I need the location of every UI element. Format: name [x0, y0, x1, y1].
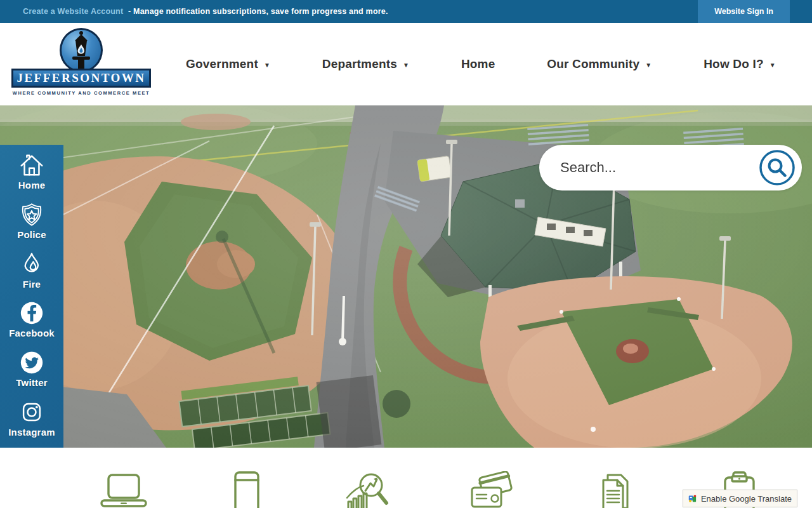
nav-item-how-do-i[interactable]: How Do I? ▼: [704, 57, 776, 71]
quicklink-laptop[interactable]: [98, 471, 149, 508]
page: Create a Website Account - Manage notifi…: [0, 0, 812, 508]
nav-label: Departments: [322, 57, 397, 71]
laptop-icon: [98, 471, 149, 508]
logo-name: JEFFERSONTOWN: [16, 71, 145, 85]
nav-item-home[interactable]: Home: [461, 57, 495, 71]
google-translate-button[interactable]: Enable Google Translate: [683, 490, 797, 507]
nav-item-government[interactable]: Government ▼: [186, 57, 270, 71]
quick-access-sidebar: Home Police Fire: [0, 145, 63, 448]
nav-item-our-community[interactable]: Our Community ▼: [547, 57, 652, 71]
translate-label: Enable Google Translate: [701, 494, 792, 504]
sidebar-item-home[interactable]: Home: [0, 151, 63, 201]
sidebar-item-fire[interactable]: Fire: [0, 250, 63, 300]
nav-label: How Do I?: [704, 57, 764, 71]
sidebar-item-twitter[interactable]: Twitter: [0, 349, 63, 398]
smartphone-icon: [221, 471, 272, 508]
payment-cards-icon: [468, 471, 518, 508]
sidebar-item-label: Twitter: [16, 377, 47, 388]
twitter-icon: [18, 349, 46, 377]
sidebar-item-police[interactable]: Police: [0, 201, 63, 250]
search-bar: [539, 145, 802, 190]
sidebar-item-label: Facebook: [9, 328, 55, 338]
nav-item-departments[interactable]: Departments ▼: [322, 57, 409, 71]
sidebar-item-label: Police: [17, 229, 46, 240]
documents-icon: [591, 471, 641, 508]
lamp-post-icon: [66, 30, 96, 71]
quicklink-payments[interactable]: [468, 471, 518, 508]
chevron-down-icon: ▼: [403, 60, 409, 69]
top-utility-bar: Create a Website Account - Manage notifi…: [0, 0, 812, 23]
quicklink-analytics[interactable]: [344, 471, 395, 508]
site-header: JEFFERSONTOWN WHERE COMMUNITY AND COMMER…: [0, 23, 812, 105]
account-promo: Create a Website Account - Manage notifi…: [23, 7, 388, 16]
instagram-icon: [18, 398, 46, 426]
chevron-down-icon: ▼: [769, 60, 776, 69]
quicklink-mobile[interactable]: [221, 471, 272, 508]
site-logo[interactable]: JEFFERSONTOWN WHERE COMMUNITY AND COMMER…: [11, 27, 151, 102]
google-translate-icon: [688, 493, 697, 504]
nav-label: Home: [461, 57, 495, 71]
quicklink-documents[interactable]: [591, 471, 641, 508]
chevron-down-icon: ▼: [645, 60, 652, 69]
chevron-down-icon: ▼: [264, 60, 270, 69]
facebook-icon: [18, 299, 46, 327]
nav-label: Our Community: [547, 57, 639, 71]
analytics-icon: [344, 471, 395, 508]
account-promo-text: - Manage notification subscriptions, sav…: [128, 7, 388, 16]
search-button[interactable]: [759, 149, 796, 186]
sidebar-item-label: Instagram: [8, 427, 55, 438]
logo-tagline: WHERE COMMUNITY AND COMMERCE MEET: [11, 90, 151, 96]
sidebar-item-instagram[interactable]: Instagram: [0, 398, 63, 448]
create-account-link[interactable]: Create a Website Account: [23, 7, 123, 16]
website-signin-button[interactable]: Website Sign In: [698, 0, 790, 23]
search-icon: [759, 149, 796, 186]
fire-icon: [18, 250, 46, 278]
nav-label: Government: [186, 57, 258, 71]
search-input[interactable]: [560, 159, 759, 176]
main-nav: Government ▼ Departments ▼ Home Our Comm…: [186, 23, 776, 105]
police-badge-icon: [18, 201, 46, 229]
logo-banner: JEFFERSONTOWN: [11, 69, 151, 88]
home-icon: [18, 151, 46, 179]
sidebar-item-label: Fire: [23, 279, 41, 290]
sidebar-item-facebook[interactable]: Facebook: [0, 299, 63, 349]
sidebar-item-label: Home: [18, 180, 45, 190]
